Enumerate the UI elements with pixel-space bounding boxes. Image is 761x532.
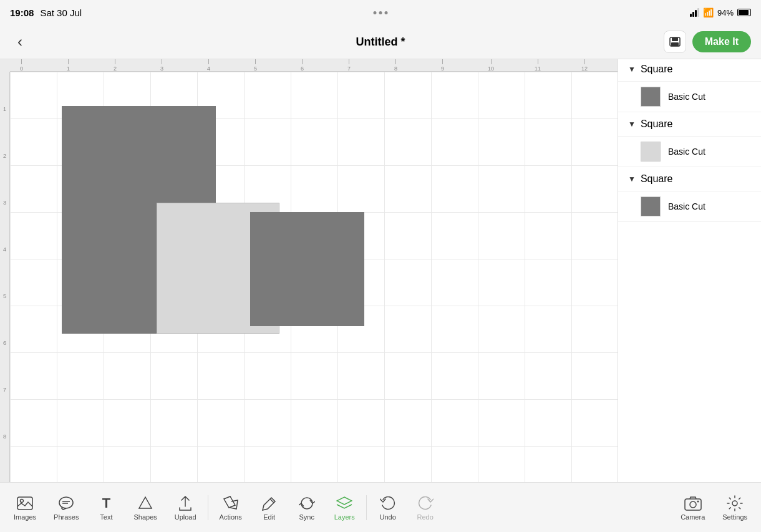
toolbar-undo-redo: Undo Redo: [369, 491, 444, 525]
status-right: 📶 94%: [690, 7, 751, 17]
layer-group-3: ▼ Square Basic Cut: [618, 167, 761, 222]
toolbar-divider-2: [366, 495, 367, 520]
undo-icon: [379, 495, 397, 512]
signal-icon: [690, 8, 699, 17]
svg-rect-9: [685, 499, 701, 510]
toolbar-phrases[interactable]: Phrases: [45, 491, 87, 525]
phrases-label: Phrases: [54, 513, 79, 521]
shapes-label: Shapes: [133, 513, 157, 521]
back-button[interactable]: ‹: [10, 32, 30, 52]
svg-point-10: [690, 501, 696, 508]
group-label-3: Square: [641, 173, 673, 185]
layers-panel: Layers i ▼ Square Basic Cut ▼ Square Bas…: [618, 25, 761, 495]
layers-icon: [336, 495, 353, 512]
svg-point-12: [732, 501, 737, 506]
battery-percent: 94%: [717, 8, 734, 17]
document-title: Untitled *: [356, 36, 405, 49]
layer-name-2: Basic Cut: [668, 147, 705, 157]
toolbar-divider-1: [208, 495, 208, 520]
status-date: Sat 30 Jul: [40, 7, 82, 18]
canvas-area[interactable]: [0, 59, 618, 495]
settings-label: Settings: [722, 513, 747, 521]
layer-item-3[interactable]: Basic Cut: [618, 191, 761, 222]
chevron-icon-1: ▼: [628, 65, 636, 74]
undo-label: Undo: [380, 513, 396, 521]
battery-icon: [737, 9, 751, 16]
layer-group-header-2[interactable]: ▼ Square: [618, 112, 761, 137]
toolbar-shapes[interactable]: Shapes: [125, 491, 165, 525]
edit-label: Edit: [263, 513, 275, 521]
ruler-horizontal: 0 1 2 3 4 5 6 7 8 9 10 11 12: [10, 59, 618, 72]
save-button[interactable]: [664, 31, 686, 53]
toolbar-left: Images Phrases T Text Shape: [5, 491, 205, 525]
text-icon: T: [97, 495, 115, 512]
toolbar-redo[interactable]: Redo: [407, 491, 444, 525]
chevron-icon-3: ▼: [628, 175, 636, 183]
header: ‹ Untitled * Make It: [0, 25, 761, 59]
toolbar-edit[interactable]: Edit: [251, 491, 288, 525]
layer-group-header-1[interactable]: ▼ Square: [618, 57, 761, 82]
header-actions: Make It: [664, 31, 751, 53]
images-icon: [16, 495, 34, 512]
layers-label: Layers: [334, 513, 355, 521]
ruler-vertical: 0 1 2 3 4 5 6 7 8: [0, 59, 10, 495]
canvas-grid: [10, 72, 618, 495]
text-label: Text: [100, 513, 112, 521]
shapes-icon: [137, 495, 154, 512]
svg-rect-1: [672, 37, 678, 41]
upload-icon: [177, 495, 194, 512]
shape-dark-medium[interactable]: [250, 212, 364, 326]
toolbar-layers[interactable]: Layers: [326, 491, 364, 525]
group-label-1: Square: [641, 64, 673, 75]
toolbar-images[interactable]: Images: [5, 491, 45, 525]
toolbar-undo[interactable]: Undo: [369, 491, 407, 525]
toolbar-text[interactable]: T Text: [87, 491, 125, 525]
settings-icon: [726, 495, 744, 512]
layer-group-2: ▼ Square Basic Cut: [618, 112, 761, 167]
toolbar-upload[interactable]: Upload: [166, 491, 205, 525]
camera-label: Camera: [681, 513, 705, 521]
layer-item-1[interactable]: Basic Cut: [618, 82, 761, 112]
svg-point-11: [697, 500, 699, 502]
back-arrow-icon: ‹: [17, 33, 22, 51]
layer-thumbnail-1: [641, 87, 661, 107]
toolbar-camera[interactable]: Camera: [672, 491, 714, 525]
actions-icon: [222, 495, 240, 512]
actions-label: Actions: [220, 513, 242, 521]
phrases-icon: [57, 495, 75, 512]
wifi-icon: 📶: [703, 7, 714, 17]
make-it-button[interactable]: Make It: [692, 31, 751, 52]
images-label: Images: [14, 513, 36, 521]
ruler-corner: [0, 59, 10, 72]
toolbar-center: Actions Edit Sync: [211, 491, 364, 525]
redo-label: Redo: [417, 513, 434, 521]
toolbar-actions[interactable]: Actions: [211, 491, 251, 525]
toolbar-sync[interactable]: Sync: [288, 491, 326, 525]
toolbar-right: Camera Settings: [672, 491, 756, 525]
group-label-2: Square: [641, 118, 673, 130]
layer-thumbnail-3: [641, 196, 661, 216]
bottom-toolbar: Images Phrases T Text Shape: [0, 482, 761, 532]
status-time: 19:08: [10, 7, 34, 18]
toolbar-settings[interactable]: Settings: [714, 491, 756, 525]
save-icon: [669, 36, 681, 47]
edit-icon: [261, 495, 278, 512]
chevron-icon-2: ▼: [628, 120, 636, 128]
sync-label: Sync: [299, 513, 314, 521]
svg-rect-3: [17, 497, 32, 510]
svg-point-5: [59, 497, 73, 508]
layer-group-header-3[interactable]: ▼ Square: [618, 167, 761, 191]
status-bar: 19:08 Sat 30 Jul 📶 94%: [0, 0, 761, 25]
layer-group-1: ▼ Square Basic Cut: [618, 57, 761, 112]
sync-icon: [298, 495, 316, 512]
layer-thumbnail-2: [641, 142, 661, 162]
layer-name-3: Basic Cut: [668, 201, 705, 211]
redo-icon: [417, 495, 434, 512]
layer-name-1: Basic Cut: [668, 92, 705, 102]
upload-label: Upload: [175, 513, 196, 521]
svg-point-4: [21, 499, 24, 502]
camera-icon: [684, 495, 702, 512]
layer-item-2[interactable]: Basic Cut: [618, 137, 761, 167]
svg-rect-2: [671, 42, 679, 46]
status-center: [374, 11, 388, 14]
